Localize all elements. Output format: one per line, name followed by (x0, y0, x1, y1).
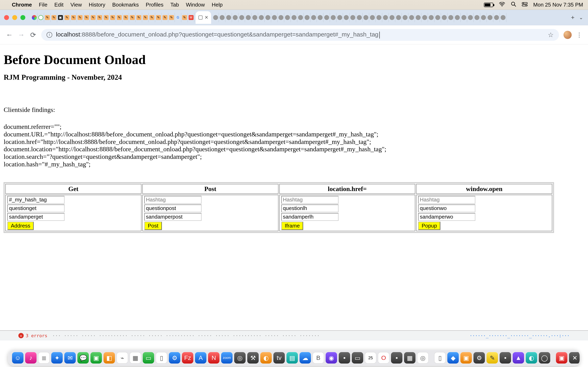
dock-app-appstore[interactable]: A (195, 352, 207, 364)
pinned-tab[interactable]: ✎ (149, 13, 155, 22)
menu-window[interactable]: Window (186, 2, 205, 8)
dock-app[interactable]: ▦ (130, 352, 141, 364)
dock-app[interactable]: ◧ (104, 352, 115, 364)
menu-tab[interactable]: Tab (171, 2, 179, 8)
pinned-tab[interactable] (441, 13, 448, 22)
pinned-tab[interactable] (415, 13, 421, 22)
menu-bookmarks[interactable]: Bookmarks (112, 2, 139, 8)
hashtag-input-location[interactable] (281, 196, 338, 204)
control-center-icon[interactable] (522, 2, 527, 8)
dock-app[interactable]: ✎ (486, 352, 498, 364)
pinned-tab[interactable]: ✎ (109, 13, 116, 22)
dock-app[interactable]: ▪ (339, 352, 350, 364)
pinned-tab[interactable]: ✎ (44, 13, 51, 22)
pinned-tab[interactable]: ✎ (51, 13, 57, 22)
menu-file[interactable]: File (39, 2, 47, 8)
pinned-tab[interactable]: ✎ (77, 13, 83, 22)
dock-app-mail[interactable]: ✉ (64, 352, 76, 364)
window-close-button[interactable] (4, 15, 9, 20)
back-button[interactable]: ← (6, 31, 13, 39)
pinned-tab[interactable] (291, 13, 297, 22)
menu-view[interactable]: View (70, 2, 82, 8)
pinned-tab[interactable] (382, 13, 389, 22)
pinned-tab[interactable] (454, 13, 461, 22)
dock-app[interactable]: ⚒ (247, 352, 259, 364)
pinned-tab[interactable]: ✎ (96, 13, 103, 22)
pinned-tab[interactable] (343, 13, 350, 22)
pinned-tab[interactable]: ✎ (116, 13, 122, 22)
pinned-tab[interactable] (356, 13, 363, 22)
dock-app-terminal[interactable]: ▪ (500, 352, 511, 364)
pinned-tab[interactable] (467, 13, 474, 22)
dock-app-reminders[interactable]: ≣ (38, 352, 50, 364)
dock-app[interactable]: ⚙ (474, 352, 485, 364)
pinned-tab[interactable] (258, 13, 265, 22)
pinned-tab[interactable] (474, 13, 480, 22)
tab-overflow-button[interactable]: ⌄ (577, 15, 585, 20)
dock-app-chrome[interactable]: ◎ (417, 352, 429, 364)
dock-app[interactable]: ▦ (404, 352, 415, 364)
pinned-tab[interactable] (232, 13, 238, 22)
dock-app[interactable]: ▣ (556, 352, 567, 364)
address-bar[interactable]: i localhost:8888/before_document_onload.… (41, 29, 559, 41)
pinned-tab[interactable] (317, 13, 323, 22)
menu-help[interactable]: Help (212, 2, 223, 8)
dock-app[interactable]: ▣ (460, 352, 472, 364)
dock-app[interactable]: tv (273, 352, 285, 364)
pinned-tab[interactable] (284, 13, 291, 22)
pinned-tab[interactable] (238, 13, 245, 22)
post-button[interactable]: Post (144, 222, 162, 230)
popup-button[interactable]: Popup (418, 222, 440, 230)
wifi-icon[interactable] (499, 2, 505, 8)
close-tab-icon[interactable]: ✕ (205, 15, 208, 20)
pinned-tab[interactable] (271, 13, 278, 22)
iframe-button[interactable]: Iframe (281, 222, 303, 230)
pinned-tab[interactable]: ✎ (83, 13, 90, 22)
new-tab-button[interactable]: + (568, 14, 577, 21)
pinned-tab[interactable] (323, 13, 330, 22)
pinned-tab[interactable] (304, 13, 310, 22)
question-input-post[interactable] (144, 205, 201, 212)
pinned-tab[interactable]: ✎ (122, 13, 129, 22)
dock-app[interactable]: ▤ (286, 352, 298, 364)
pinned-tab[interactable] (363, 13, 369, 22)
pinned-tab[interactable] (395, 13, 402, 22)
hashtag-input-post[interactable] (144, 196, 201, 204)
dock-app[interactable]: ◐ (526, 352, 537, 364)
pinned-tab[interactable]: ✎ (90, 13, 96, 22)
pinned-tab[interactable] (480, 13, 487, 22)
hashtag-input-windowopen[interactable] (418, 196, 475, 204)
pinned-tab[interactable] (376, 13, 382, 22)
dock-app-podcasts[interactable]: ◉ (326, 352, 337, 364)
dock-app[interactable]: ⌁ (117, 352, 128, 364)
pinned-tab[interactable] (251, 13, 258, 22)
app-name[interactable]: Chrome (12, 2, 32, 8)
pinned-tab[interactable]: ✎ (155, 13, 162, 22)
dock-app-messages[interactable]: 💬 (77, 352, 89, 364)
sandamper-input-location[interactable] (281, 213, 338, 221)
dock-app[interactable]: ✕ (569, 352, 580, 364)
pinned-tab[interactable] (330, 13, 337, 22)
dock-app-filezilla[interactable]: Fz (182, 352, 193, 364)
pinned-tab[interactable] (428, 13, 434, 22)
pinned-tab[interactable] (408, 13, 415, 22)
window-minimize-button[interactable] (12, 15, 17, 20)
dock-app[interactable]: ◎ (234, 352, 246, 364)
address-button[interactable]: Address (7, 222, 34, 230)
pinned-tab[interactable] (245, 13, 251, 22)
pinned-tab[interactable] (31, 13, 38, 22)
dock-app[interactable]: ◆ (447, 352, 459, 364)
dock-app-finder[interactable]: ☺ (12, 352, 24, 364)
dock-app[interactable]: ▭ (352, 352, 363, 364)
pinned-tab[interactable] (297, 13, 304, 22)
pinned-tab[interactable]: ✎ (129, 13, 136, 22)
battery-icon[interactable] (484, 3, 493, 7)
forward-button[interactable]: → (17, 31, 25, 39)
menu-edit[interactable]: Edit (54, 2, 63, 8)
pinned-tab[interactable] (212, 13, 219, 22)
dock-app-safari[interactable]: ✦ (51, 352, 63, 364)
pinned-tab[interactable] (369, 13, 376, 22)
sandamper-input-get[interactable] (7, 213, 65, 221)
pinned-tab[interactable]: ✎ (162, 13, 168, 22)
pinned-tab[interactable] (278, 13, 284, 22)
